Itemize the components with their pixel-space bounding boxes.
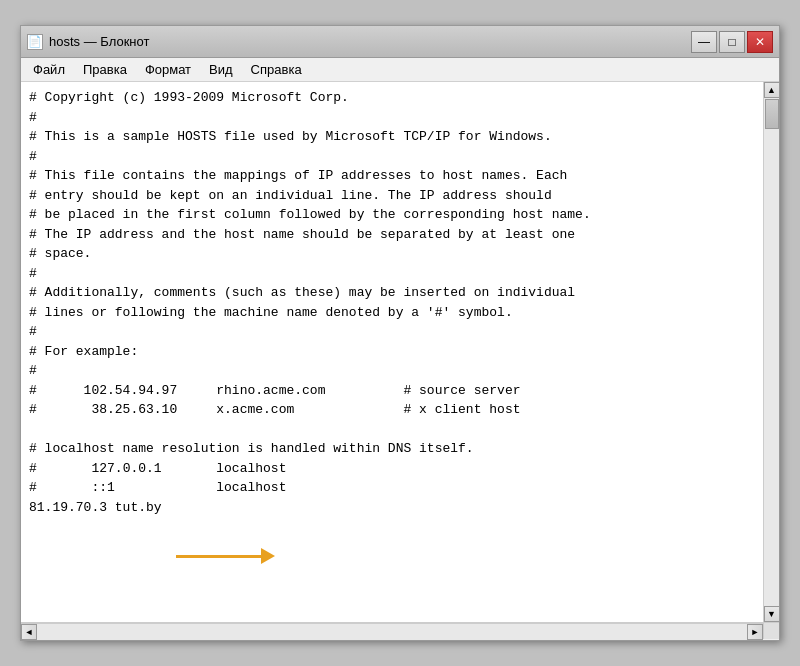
notepad-window: 📄 hosts — Блокнот — □ ✕ Файл Правка Форм… (20, 25, 780, 641)
scroll-down-button[interactable]: ▼ (764, 606, 780, 622)
scroll-thumb[interactable] (765, 99, 779, 129)
title-bar-left: 📄 hosts — Блокнот (27, 34, 149, 50)
vertical-scrollbar[interactable]: ▲ ▼ (763, 82, 779, 622)
text-content[interactable]: # Copyright (c) 1993-2009 Microsoft Corp… (21, 82, 763, 622)
title-bar: 📄 hosts — Блокнот — □ ✕ (21, 26, 779, 58)
window-icon: 📄 (27, 34, 43, 50)
title-buttons: — □ ✕ (691, 31, 773, 53)
menu-edit[interactable]: Правка (75, 60, 135, 79)
h-scroll-track[interactable] (37, 624, 747, 640)
scroll-right-button[interactable]: ► (747, 624, 763, 640)
text-area-wrapper[interactable]: # Copyright (c) 1993-2009 Microsoft Corp… (21, 82, 763, 622)
menu-bar: Файл Правка Формат Вид Справка (21, 58, 779, 82)
scroll-up-button[interactable]: ▲ (764, 82, 780, 98)
window-title: hosts — Блокнот (49, 34, 149, 49)
maximize-button[interactable]: □ (719, 31, 745, 53)
bottom-bar: ◄ ► (21, 622, 779, 640)
scroll-track[interactable] (764, 98, 779, 606)
menu-help[interactable]: Справка (243, 60, 310, 79)
scrollbar-corner (763, 623, 779, 639)
arrow-annotation (176, 548, 275, 564)
menu-view[interactable]: Вид (201, 60, 241, 79)
menu-file[interactable]: Файл (25, 60, 73, 79)
close-button[interactable]: ✕ (747, 31, 773, 53)
arrow-head (261, 548, 275, 564)
minimize-button[interactable]: — (691, 31, 717, 53)
content-area: # Copyright (c) 1993-2009 Microsoft Corp… (21, 82, 779, 622)
arrow-line (176, 555, 261, 558)
menu-format[interactable]: Формат (137, 60, 199, 79)
horizontal-scrollbar[interactable]: ◄ ► (21, 623, 763, 640)
scroll-left-button[interactable]: ◄ (21, 624, 37, 640)
